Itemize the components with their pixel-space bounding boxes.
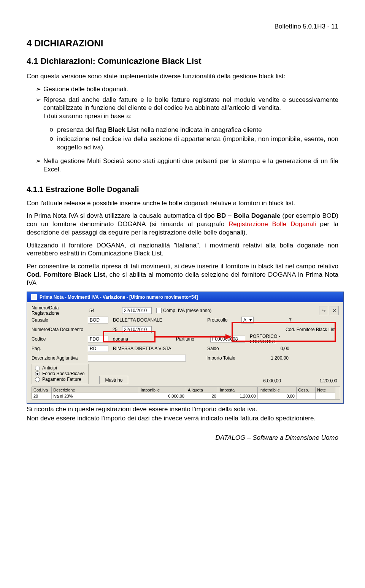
- table-row[interactable]: 20 Iva al 20% 6.000,00 20 1.200,00 0,00: [32, 393, 340, 399]
- bullet-item: Gestione delle bolle doganali.: [36, 85, 338, 94]
- radio-group: Anticipi Fondo Spesa/Ricavo Pagamento Fa…: [32, 364, 89, 384]
- col-head: Cesp.: [297, 387, 316, 393]
- app-titlebar: Prima Nota - Movimenti IVA - Variazione …: [27, 292, 343, 302]
- label-importo: Importo Totale: [206, 355, 241, 361]
- checkbox-comp-iva[interactable]: [156, 308, 162, 313]
- paragraph: Con l'attuale release è possibile inseri…: [27, 199, 338, 208]
- cell: 20: [32, 393, 52, 399]
- red-link-text: Registrazione Bolle Doganali: [229, 220, 316, 228]
- sub-bullet-list: presenza del flag Black List nella nazio…: [27, 126, 338, 152]
- field-descr[interactable]: [88, 355, 186, 361]
- forward-button[interactable]: ↪: [319, 306, 328, 315]
- label-prot: Protocollo: [207, 317, 241, 323]
- field-causale-code[interactable]: BOD: [88, 317, 108, 323]
- close-button[interactable]: ✕: [330, 306, 339, 315]
- cell: 20: [186, 393, 218, 399]
- col-head: Imponibile: [139, 387, 186, 393]
- paragraph: Per consentire la corretta ripresa di ta…: [27, 262, 338, 287]
- bullet-text: I dati saranno ripresi in base a:: [43, 113, 132, 120]
- field-prot-letter[interactable]: A▾: [241, 317, 254, 323]
- mastrino-button[interactable]: Mastrino: [99, 376, 128, 384]
- cell: [297, 393, 316, 399]
- label-numdoc: Numero/Data Documento: [32, 327, 88, 332]
- sub-bullet-item: presenza del flag Black List nella nazio…: [49, 126, 338, 134]
- cell: Iva al 20%: [52, 393, 139, 399]
- field-forn-code[interactable]: F000000008: [210, 336, 245, 342]
- label-pag: Pag.: [32, 346, 88, 351]
- label-descr: Descrizione Aggiuntiva: [32, 355, 88, 361]
- bullet-list-1: Gestione delle bolle doganali. Ripresa d…: [27, 85, 338, 120]
- field-mastrino-a: 6.000,00: [233, 377, 282, 384]
- cell: [316, 393, 335, 399]
- paragraph: Non deve essere indicato l'importo dei d…: [27, 414, 338, 423]
- col-head: Note: [316, 387, 335, 393]
- field-forn-desc: PORTORICO - FORNITORE: [248, 336, 308, 342]
- paragraph: Si ricorda che in queste registrazioni d…: [27, 405, 338, 414]
- label-partitario: Partitario: [176, 336, 210, 342]
- app-title: Prima Nota - Movimenti IVA - Variazione …: [40, 295, 198, 300]
- table-header: Cod.Iva Descrizione Imponibile Aliquota …: [32, 387, 340, 393]
- radio-fondo[interactable]: [35, 371, 40, 376]
- paragraph: In Prima Nota IVA si dovrà utilizzare la…: [27, 212, 338, 236]
- field-mastrino-b: 1.200,00: [289, 377, 339, 384]
- col-head: Indetraibile: [258, 387, 297, 393]
- radio-anticipi[interactable]: [35, 366, 40, 371]
- field-datareg[interactable]: 22/10/2010: [122, 307, 152, 314]
- bullet-list-2: Nella gestione Multi Società sono stati …: [27, 157, 338, 174]
- field-pag-code[interactable]: RD: [88, 345, 108, 352]
- label-saldo: Saldo: [207, 346, 241, 351]
- field-datadoc[interactable]: 22/10/2010: [122, 326, 152, 333]
- field-numdoc[interactable]: 25: [88, 326, 119, 333]
- intro-paragraph: Con questa versione sono state implement…: [27, 72, 338, 81]
- cell: 1.200,00: [218, 393, 258, 399]
- field-codice[interactable]: FDO: [88, 336, 108, 342]
- bullet-item: Ripresa dati anche dalle fatture e le bo…: [36, 96, 338, 120]
- heading-1: 4 DICHIARAZIONI: [27, 38, 338, 49]
- col-head: Descrizione: [52, 387, 139, 393]
- field-causale-desc: BOLLETTA DOGANALE: [111, 317, 184, 323]
- iva-table: Cod.Iva Descrizione Imponibile Aliquota …: [32, 387, 340, 399]
- label-causale: Causale: [32, 317, 88, 323]
- label-codforn: Cod. Fornitore Black List: [286, 327, 339, 332]
- heading-2: 4.1 Dichiarazioni: Comunicazione Black L…: [27, 56, 338, 66]
- radio-pagamento[interactable]: [35, 377, 40, 382]
- field-saldo: 0,00: [241, 345, 291, 352]
- bullet-text: Ripresa dati anche dalle fatture e le bo…: [43, 96, 338, 112]
- page-footer: DATALOG – Software a Dimensione Uomo: [27, 434, 338, 442]
- label-comp: Comp. IVA (mese anno): [163, 308, 211, 313]
- bullet-item: Nella gestione Multi Società sono stati …: [36, 157, 338, 174]
- col-head: Aliquota: [186, 387, 218, 393]
- label-numdata: Numero/Data Registrazione: [32, 305, 88, 316]
- field-codice-desc: dogana: [111, 336, 154, 342]
- col-head: Cod.Iva: [32, 387, 52, 393]
- paragraph: Utilizzando il fornitore DOGANA, di nazi…: [27, 241, 338, 258]
- app-icon: [31, 294, 37, 300]
- page-header: Bollettino 5.0.1H3 - 11: [27, 23, 338, 30]
- field-num[interactable]: 54: [88, 307, 119, 314]
- field-prot-num[interactable]: 7: [257, 317, 293, 323]
- sub-bullet-item: indicazione nel codice iva della sezione…: [49, 135, 338, 152]
- cell: 6.000,00: [139, 393, 186, 399]
- heading-3: 4.1.1 Estrazione Bolle Doganali: [27, 185, 338, 194]
- field-pag-desc: RIMESSA DIRETTA A VISTA: [111, 345, 184, 352]
- label-codice: Codice: [32, 336, 88, 342]
- field-importo: 1.200,00: [241, 355, 290, 361]
- chevron-down-icon: ▾: [249, 317, 252, 323]
- app-window: Prima Nota - Movimenti IVA - Variazione …: [27, 292, 344, 404]
- col-head: Imposta: [218, 387, 258, 393]
- cell: 0,00: [258, 393, 297, 399]
